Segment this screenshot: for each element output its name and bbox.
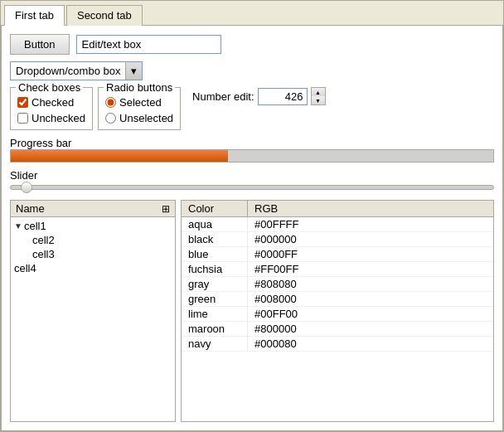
color-table-row[interactable]: fuchsia#FF00FF [182,262,493,277]
slider-section: Slider [10,169,494,190]
tree-item-cell3[interactable]: cell3 [11,247,175,261]
radio-unselected[interactable] [105,113,116,124]
radio-selected[interactable] [105,97,116,108]
color-cell-rgb: #000080 [248,337,493,351]
radio-selected-row: Selected [105,96,173,109]
tree-item-label-cell1: cell1 [24,220,46,232]
spin-buttons: ▲ ▼ [311,87,326,105]
tree-item-label-cell4: cell4 [14,262,36,274]
tree-item-cell1[interactable]: ▼ cell1 [11,219,175,233]
main-button[interactable]: Button [10,34,70,55]
color-table-row[interactable]: navy#000080 [182,337,493,352]
radios-group: Radio buttons Selected Unselected [98,87,181,130]
color-cell-rgb: #0000FF [248,247,493,261]
checkbox-checked[interactable] [17,97,28,108]
checkbox-checked-label: Checked [32,96,74,109]
color-cell-rgb: #008000 [248,292,493,306]
number-edit-container: Number edit: ▲ ▼ [192,87,325,105]
color-cell-name: fuchsia [182,262,248,276]
color-cell-name: aqua [182,217,248,231]
number-input[interactable] [258,88,308,105]
tree-view-icon[interactable]: ⊞ [162,203,170,215]
dropdown-arrow-icon[interactable]: ▾ [125,62,142,80]
dropdown-combo[interactable]: Dropdown/combo box ▾ [10,61,143,80]
color-table-row[interactable]: aqua#00FFFF [182,217,493,232]
tree-body: ▼ cell1 cell2 cell3 cell4 [11,217,175,421]
checkboxes-group: Check boxes Checked Unchecked [10,87,93,130]
progress-track [10,149,494,163]
radios-legend: Radio buttons [104,81,175,94]
slider-track[interactable] [10,185,494,190]
color-cell-name: green [182,292,248,306]
slider-label: Slider [10,169,494,182]
color-cell-name: navy [182,337,248,351]
tree-header-label: Name [16,202,45,215]
spin-up-button[interactable]: ▲ [312,88,325,96]
radio-unselected-label: Unselected [119,112,173,124]
tree-item-label-cell3: cell3 [32,248,55,260]
progress-fill [11,150,228,162]
color-table-row[interactable]: lime#00FF00 [182,307,493,322]
color-cell-name: black [182,232,248,246]
color-table-row[interactable]: gray#808080 [182,277,493,292]
color-table-header: Color RGB [182,201,493,217]
radio-unselected-row: Unselected [105,112,173,124]
color-cell-rgb: #00FFFF [248,217,493,231]
tree-item-cell4[interactable]: cell4 [11,261,175,275]
checkbox-unchecked[interactable] [17,113,28,124]
radio-selected-label: Selected [119,96,162,109]
color-table-row[interactable]: green#008000 [182,292,493,307]
color-cell-rgb: #808080 [248,277,493,291]
color-cell-rgb: #000000 [248,232,493,246]
color-table-row[interactable]: blue#0000FF [182,247,493,262]
slider-thumb[interactable] [21,182,32,193]
col-header-color: Color [182,201,248,216]
tree-item-cell2[interactable]: cell2 [11,233,175,247]
tree-panel: Name ⊞ ▼ cell1 cell2 cell3 [10,200,176,422]
checkbox-checked-row: Checked [17,96,85,109]
color-table-row[interactable]: black#000000 [182,232,493,247]
color-cell-name: blue [182,247,248,261]
row-dropdown: Dropdown/combo box ▾ [10,61,494,80]
color-cell-name: gray [182,277,248,291]
color-table-row[interactable]: maroon#800000 [182,322,493,337]
color-table-panel: Color RGB aqua#00FFFFblack#000000blue#00… [181,200,494,422]
checkbox-unchecked-label: Unchecked [32,112,85,124]
bottom-section: Name ⊞ ▼ cell1 cell2 cell3 [10,200,494,422]
col-header-rgb: RGB [248,201,493,216]
checkbox-unchecked-row: Unchecked [17,112,85,124]
tree-toggle-cell1[interactable]: ▼ [14,221,22,231]
tab-bar: First tab Second tab [1,1,503,25]
color-cell-rgb: #800000 [248,322,493,336]
tab-first[interactable]: First tab [4,5,65,26]
main-window: First tab Second tab Button Dropdown/com… [0,0,504,432]
spin-down-button[interactable]: ▼ [312,96,325,104]
row-button-text: Button [10,34,494,55]
color-cell-rgb: #FF00FF [248,262,493,276]
row-controls: Check boxes Checked Unchecked Radio butt… [10,87,494,130]
number-edit-label: Number edit: [192,90,254,103]
tree-item-label-cell2: cell2 [32,234,55,246]
tab-second[interactable]: Second tab [66,5,143,26]
color-cell-name: maroon [182,322,248,336]
color-cell-rgb: #00FF00 [248,307,493,321]
checkboxes-legend: Check boxes [16,81,83,94]
color-cell-name: lime [182,307,248,321]
progress-label: Progress bar [10,137,494,149]
tree-header: Name ⊞ [11,201,175,217]
progress-section: Progress bar [10,137,494,163]
color-table-body: aqua#00FFFFblack#000000blue#0000FFfuchsi… [182,217,493,421]
text-input[interactable] [76,35,221,54]
tab-content-first: Button Dropdown/combo box ▾ Check boxes … [1,25,503,431]
